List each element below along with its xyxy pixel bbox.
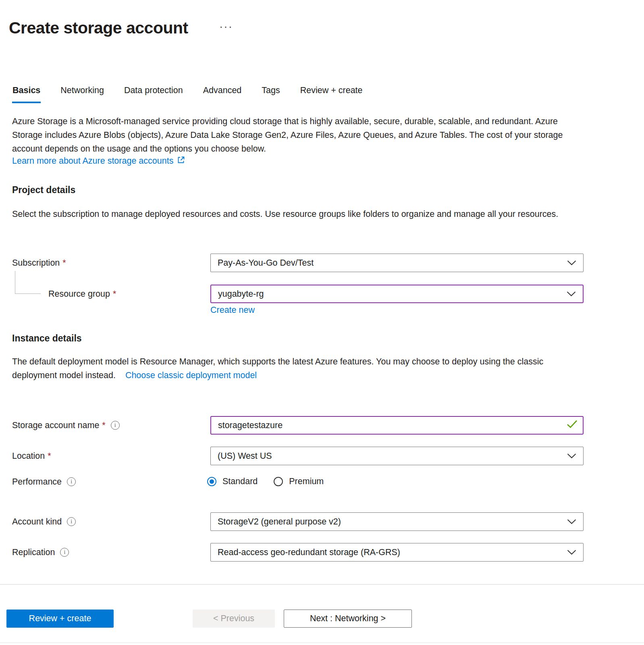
radio-unselected-icon xyxy=(274,477,283,486)
info-icon[interactable]: i xyxy=(111,421,120,430)
wizard-tabs: Basics Networking Data protection Advanc… xyxy=(12,85,363,103)
create-storage-account-page: Create storage account ··· Basics Networ… xyxy=(0,0,644,645)
required-asterisk: * xyxy=(113,289,116,299)
storage-account-name-label: Storage account name * i xyxy=(12,416,120,435)
location-label-text: Location xyxy=(12,451,45,461)
create-new-link[interactable]: Create new xyxy=(210,305,255,315)
location-value: (US) West US xyxy=(218,451,272,461)
tab-advanced[interactable]: Advanced xyxy=(203,85,242,103)
replication-value: Read-access geo-redundant storage (RA-GR… xyxy=(218,547,400,558)
resource-group-label-text: Resource group xyxy=(48,289,110,299)
info-icon[interactable]: i xyxy=(60,548,69,557)
performance-standard-radio[interactable]: Standard xyxy=(207,476,258,487)
info-icon[interactable]: i xyxy=(67,517,76,526)
account-kind-dropdown[interactable]: StorageV2 (general purpose v2) xyxy=(210,512,584,531)
radio-selected-icon xyxy=(207,477,216,486)
tab-data-protection[interactable]: Data protection xyxy=(124,85,183,103)
chevron-down-icon xyxy=(567,258,576,268)
instance-details-heading: Instance details xyxy=(12,333,82,344)
account-kind-label-text: Account kind xyxy=(12,517,62,527)
subscription-label-text: Subscription xyxy=(12,258,60,268)
bottom-divider xyxy=(0,643,644,643)
performance-label-text: Performance xyxy=(12,477,62,487)
performance-label: Performance i xyxy=(12,472,76,491)
intro-text: Azure Storage is a Microsoft-managed ser… xyxy=(12,114,577,156)
performance-premium-radio[interactable]: Premium xyxy=(274,476,324,487)
previous-button[interactable]: < Previous xyxy=(193,610,275,628)
chevron-down-icon xyxy=(567,547,576,558)
valid-check-icon xyxy=(567,420,578,431)
required-asterisk: * xyxy=(48,451,51,461)
replication-label-text: Replication xyxy=(12,547,55,558)
radio-label: Premium xyxy=(289,476,324,487)
tab-tags[interactable]: Tags xyxy=(261,85,280,103)
replication-label: Replication i xyxy=(12,543,69,562)
footer-divider xyxy=(0,584,644,585)
subscription-label: Subscription * xyxy=(12,254,66,272)
learn-more-link[interactable]: Learn more about Azure storage accounts xyxy=(12,156,185,166)
chevron-down-icon xyxy=(567,451,576,461)
review-create-button[interactable]: Review + create xyxy=(6,610,114,628)
resource-group-dropdown[interactable]: yugabyte-rg xyxy=(210,285,584,303)
account-kind-value: StorageV2 (general purpose v2) xyxy=(218,517,341,527)
resource-group-label: Resource group * xyxy=(48,285,116,303)
storage-account-name-value: storagetestazure xyxy=(218,420,283,431)
next-networking-button[interactable]: Next : Networking > xyxy=(284,610,412,628)
required-asterisk: * xyxy=(102,420,105,431)
tree-connector-line xyxy=(15,271,41,294)
account-kind-label: Account kind i xyxy=(12,512,76,531)
chevron-down-icon xyxy=(567,517,576,527)
project-details-heading: Project details xyxy=(12,185,75,196)
chevron-down-icon xyxy=(567,289,576,299)
subscription-dropdown[interactable]: Pay-As-You-Go Dev/Test xyxy=(210,254,584,272)
storage-account-name-label-text: Storage account name xyxy=(12,420,99,431)
storage-account-name-input[interactable]: storagetestazure xyxy=(210,416,584,435)
instance-details-description: The default deployment model is Resource… xyxy=(12,355,577,382)
page-title: Create storage account xyxy=(9,19,188,37)
location-label: Location * xyxy=(12,447,51,465)
tab-review-create[interactable]: Review + create xyxy=(300,85,363,103)
performance-radio-group: Standard Premium xyxy=(207,476,324,487)
tab-basics[interactable]: Basics xyxy=(12,85,41,103)
instance-details-description-text: The default deployment model is Resource… xyxy=(12,357,543,380)
resource-group-value: yugabyte-rg xyxy=(218,289,264,299)
subscription-value: Pay-As-You-Go Dev/Test xyxy=(218,258,314,268)
more-options-button[interactable]: ··· xyxy=(219,20,233,33)
tab-networking[interactable]: Networking xyxy=(60,85,104,103)
project-details-description: Select the subscription to manage deploy… xyxy=(12,207,577,221)
external-link-icon xyxy=(177,156,185,166)
location-dropdown[interactable]: (US) West US xyxy=(210,447,584,465)
required-asterisk: * xyxy=(62,258,66,268)
replication-dropdown[interactable]: Read-access geo-redundant storage (RA-GR… xyxy=(210,543,584,562)
learn-more-link-label: Learn more about Azure storage accounts xyxy=(12,156,173,166)
info-icon[interactable]: i xyxy=(67,477,76,486)
choose-classic-deployment-link[interactable]: Choose classic deployment model xyxy=(125,370,257,380)
radio-label: Standard xyxy=(222,476,258,487)
